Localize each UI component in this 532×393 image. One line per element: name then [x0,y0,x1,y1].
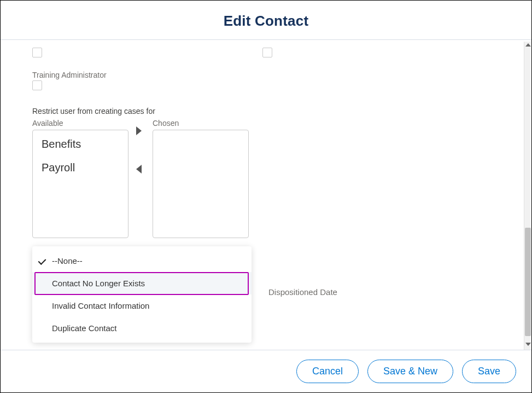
save-and-new-button[interactable]: Save & New [367,360,453,383]
dispositioned-date-label: Dispositioned Date [268,287,337,297]
available-listbox[interactable]: Benefits Payroll [32,130,128,238]
chevron-right-icon [136,126,142,135]
available-label: Available [32,119,128,128]
modal-header: Edit Contact [1,1,531,40]
scrollbar[interactable] [524,42,531,350]
chevron-left-icon [136,165,142,174]
dropdown-menu[interactable]: --None-- Contact No Longer Exists Invali… [32,246,252,343]
restrict-header: Restrict user from creating cases for [32,107,492,115]
training-admin-label: Training Administrator [32,71,492,79]
chosen-label: Chosen [153,119,249,128]
move-right-button[interactable] [136,126,145,135]
move-left-button[interactable] [136,165,145,174]
dropdown-option-no-longer-exists[interactable]: Contact No Longer Exists [32,272,252,294]
cancel-button[interactable]: Cancel [296,360,359,383]
chosen-listbox[interactable] [153,130,249,238]
scrollbar-thumb[interactable] [525,228,531,336]
list-item[interactable]: Payroll [42,161,119,174]
modal-footer: Cancel Save & New Save [1,350,531,392]
project-user-checkbox[interactable] [32,48,42,57]
list-item[interactable]: Benefits [42,138,119,151]
save-button[interactable]: Save [462,360,516,383]
modal-title: Edit Contact [1,13,531,30]
dropdown-option-duplicate[interactable]: Duplicate Contact [32,317,252,339]
scroll-up-button[interactable] [525,43,531,49]
scroll-area: Project User Support Administrator User … [1,42,524,350]
scroll-down-button[interactable] [525,343,531,348]
training-admin-checkbox[interactable] [32,80,42,90]
dropdown-option-none[interactable]: --None-- [32,250,252,272]
support-admin-checkbox[interactable] [262,48,272,57]
dual-listbox: Available Benefits Payroll Chosen [32,119,492,238]
dropdown-option-invalid[interactable]: Invalid Contact Information [32,294,252,317]
